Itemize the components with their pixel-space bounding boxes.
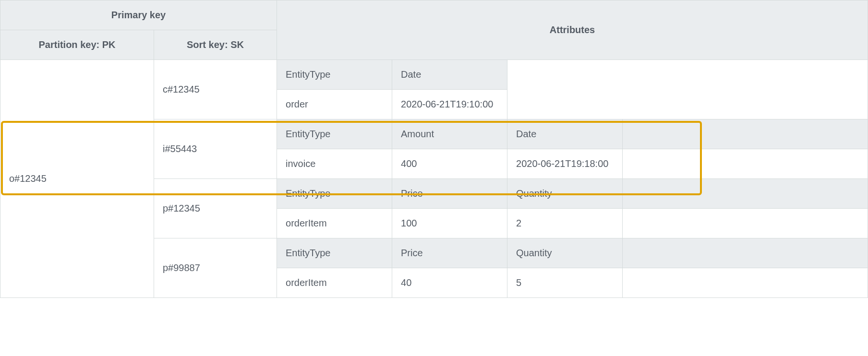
attr-name: EntityType <box>277 119 392 149</box>
header-primary-key: Primary key <box>0 0 277 30</box>
attr-name-empty <box>623 119 868 149</box>
attr-name <box>507 60 868 90</box>
attr-name: EntityType <box>277 179 392 209</box>
attr-value <box>507 90 868 119</box>
attr-value: 100 <box>392 209 507 238</box>
attr-value: 40 <box>392 268 507 298</box>
attr-name: Quantity <box>507 179 623 209</box>
attr-value: orderItem <box>277 209 392 238</box>
attr-name: Price <box>392 238 507 268</box>
header-partition-key: Partition key: PK <box>0 30 154 60</box>
attr-value: orderItem <box>277 268 392 298</box>
sort-key-value: i#55443 <box>154 119 277 179</box>
attr-value-empty <box>623 268 868 298</box>
attr-name: Quantity <box>507 238 623 268</box>
attr-value: 2 <box>507 209 623 238</box>
attr-value-empty <box>623 149 868 179</box>
partition-key-value: o#12345 <box>0 60 154 298</box>
attr-name: Price <box>392 179 507 209</box>
attr-value: 400 <box>392 149 507 179</box>
attr-name: Date <box>392 60 507 90</box>
sort-key-value: c#12345 <box>154 60 277 119</box>
attr-value: 5 <box>507 268 623 298</box>
attr-value: 2020-06-21T19:18:00 <box>507 149 623 179</box>
attr-value-empty <box>623 209 868 238</box>
attr-name: EntityType <box>277 60 392 90</box>
header-attributes: Attributes <box>277 0 868 60</box>
attr-value: order <box>277 90 392 119</box>
attr-name-empty <box>623 238 868 268</box>
header-sort-key: Sort key: SK <box>154 30 277 60</box>
attr-value: 2020-06-21T19:10:00 <box>392 90 507 119</box>
attr-name: Date <box>507 119 623 149</box>
attr-name: EntityType <box>277 238 392 268</box>
attr-name: Amount <box>392 119 507 149</box>
attr-name-empty <box>623 179 868 209</box>
attr-value: invoice <box>277 149 392 179</box>
dynamodb-table: Primary key Attributes Partition key: PK… <box>0 0 868 298</box>
sort-key-value: p#12345 <box>154 179 277 238</box>
sort-key-value: p#99887 <box>154 238 277 298</box>
